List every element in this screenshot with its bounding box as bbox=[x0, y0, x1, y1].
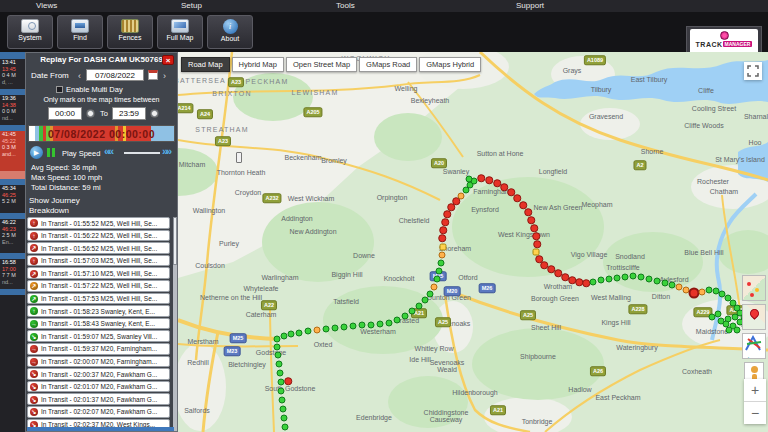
journey-row[interactable]: →In Transit - 01:59:37 M20, Farningham..… bbox=[27, 343, 170, 355]
background-journey-list[interactable]: 13:4113:450 4 Md, ...19:3614:380 0 Mnd..… bbox=[0, 52, 25, 432]
route-marker[interactable] bbox=[638, 274, 645, 281]
prev-day-arrow[interactable]: ‹ bbox=[78, 71, 81, 81]
toolbar-button-fences[interactable]: Fences bbox=[107, 15, 153, 49]
map-type-open-street-map[interactable]: Open Street Map bbox=[286, 57, 357, 72]
route-marker[interactable] bbox=[278, 379, 285, 386]
route-marker[interactable] bbox=[676, 284, 683, 291]
route-marker[interactable] bbox=[274, 344, 281, 351]
zoom-in-button[interactable]: + bbox=[744, 379, 766, 401]
route-marker[interactable] bbox=[276, 361, 283, 368]
journey-row[interactable]: ↘In Transit - 01:59:07 M25, Swanley Vill… bbox=[27, 330, 170, 342]
calendar-icon[interactable] bbox=[148, 70, 158, 80]
timeline-slider[interactable]: 07/08/2022 00:00:00 bbox=[28, 125, 175, 142]
route-marker[interactable] bbox=[341, 324, 348, 331]
route-marker[interactable] bbox=[524, 208, 532, 216]
route-marker[interactable] bbox=[434, 276, 441, 283]
route-marker[interactable] bbox=[332, 325, 339, 332]
route-marker[interactable] bbox=[416, 303, 423, 310]
route-marker[interactable] bbox=[734, 327, 741, 334]
route-marker[interactable] bbox=[323, 326, 330, 333]
route-marker[interactable] bbox=[709, 314, 716, 321]
route-marker[interactable] bbox=[614, 275, 621, 282]
route-marker[interactable] bbox=[646, 276, 653, 283]
close-button[interactable]: × bbox=[162, 55, 174, 65]
route-marker[interactable] bbox=[305, 328, 312, 335]
route-marker[interactable] bbox=[409, 308, 416, 315]
left-strip-row[interactable]: 41:4545:220 3 Mand... bbox=[0, 131, 25, 171]
route-marker[interactable] bbox=[598, 277, 605, 284]
journey-row[interactable]: ↘In Transit - 02:01:07 M20, Fawkham G... bbox=[27, 381, 170, 393]
route-marker[interactable] bbox=[441, 218, 449, 226]
route-marker[interactable] bbox=[726, 327, 733, 334]
map-type-gmaps-hybrid[interactable]: GMaps Hybrid bbox=[419, 57, 481, 72]
route-marker[interactable] bbox=[436, 268, 443, 275]
route-marker[interactable] bbox=[296, 330, 303, 337]
left-strip-row[interactable]: 45:3446:255 2 M bbox=[0, 185, 25, 213]
route-marker[interactable] bbox=[477, 174, 485, 182]
route-marker[interactable] bbox=[513, 194, 521, 202]
overlay-thumbnail-2[interactable] bbox=[742, 304, 766, 330]
speed-slider-thumb[interactable] bbox=[236, 152, 242, 163]
route-marker[interactable] bbox=[278, 388, 285, 395]
route-marker[interactable] bbox=[706, 287, 713, 294]
journey-row[interactable]: ↘In Transit - 02:01:37 M20, Fawkham G... bbox=[27, 393, 170, 405]
time-to-clock-icon[interactable] bbox=[150, 109, 159, 118]
route-marker[interactable] bbox=[394, 317, 401, 324]
route-marker[interactable] bbox=[422, 297, 429, 304]
route-marker[interactable] bbox=[280, 406, 287, 413]
route-marker[interactable] bbox=[440, 244, 447, 251]
route-marker[interactable] bbox=[281, 333, 288, 340]
journey-row[interactable]: ↗In Transit - 01:57:10 M25, Well Hill, S… bbox=[27, 267, 170, 279]
speed-up-button[interactable]: »» bbox=[162, 145, 170, 157]
route-marker[interactable] bbox=[281, 415, 288, 422]
route-marker[interactable] bbox=[530, 224, 538, 232]
route-marker[interactable] bbox=[439, 252, 446, 259]
map-type-gmaps-road[interactable]: GMaps Road bbox=[359, 57, 417, 72]
route-marker[interactable] bbox=[606, 276, 613, 283]
journey-row[interactable]: ↑In Transit - 01:55:52 M25, Well Hill, S… bbox=[27, 217, 170, 229]
multi-day-checkbox[interactable] bbox=[56, 86, 63, 93]
route-marker[interactable] bbox=[277, 370, 284, 377]
journey-row[interactable]: ↑In Transit - 01:57:03 M25, Well Hill, S… bbox=[27, 255, 170, 267]
route-marker[interactable] bbox=[458, 193, 465, 200]
journey-row[interactable]: ↗In Transit - 01:57:53 M25, Well Hill, S… bbox=[27, 293, 170, 305]
route-marker[interactable] bbox=[654, 278, 661, 285]
route-marker[interactable] bbox=[284, 377, 292, 385]
route-marker[interactable] bbox=[359, 322, 366, 329]
map-type-road-map[interactable]: Road Map bbox=[181, 57, 230, 72]
toolbar-button-system[interactable]: System bbox=[7, 15, 53, 49]
left-strip-row[interactable] bbox=[0, 289, 25, 295]
route-marker[interactable] bbox=[402, 313, 409, 320]
route-marker[interactable] bbox=[590, 279, 597, 286]
route-marker[interactable] bbox=[533, 240, 541, 248]
left-strip-row[interactable]: 13:4113:450 4 Md, ... bbox=[0, 59, 25, 89]
route-marker[interactable] bbox=[485, 176, 493, 184]
date-input[interactable]: 07/08/2022 bbox=[86, 69, 144, 81]
toolbar-button-find[interactable]: Find bbox=[57, 15, 103, 49]
route-marker[interactable] bbox=[527, 216, 535, 224]
zoom-out-button[interactable]: − bbox=[744, 402, 766, 424]
journey-row[interactable]: ↘In Transit - 02:02:07 M20, Fawkham G... bbox=[27, 406, 170, 418]
route-marker[interactable] bbox=[350, 323, 357, 330]
overlay-thumbnail-1[interactable] bbox=[742, 275, 766, 301]
menu-item-setup[interactable]: Setup bbox=[175, 0, 208, 12]
menu-item-tools[interactable]: Tools bbox=[330, 0, 361, 12]
route-marker[interactable] bbox=[715, 311, 722, 318]
journey-row[interactable]: →In Transit - 02:00:07 M20, Farningham..… bbox=[27, 356, 170, 368]
route-marker[interactable] bbox=[279, 397, 286, 404]
route-marker[interactable] bbox=[466, 176, 473, 183]
map-canvas[interactable]: BATTERSEAPECKHAMWOOLWICHBRIXTONLEWISHAMS… bbox=[178, 52, 768, 432]
route-marker[interactable] bbox=[630, 273, 637, 280]
journey-row[interactable]: ↘In Transit - 02:00:37 M20, Fawkham G... bbox=[27, 368, 170, 380]
next-day-arrow[interactable]: › bbox=[163, 71, 166, 81]
pause-icon[interactable] bbox=[47, 148, 55, 157]
route-marker[interactable] bbox=[275, 352, 282, 359]
journey-row[interactable]: ↑In Transit - 01:58:23 Swanley, Kent, E.… bbox=[27, 305, 170, 317]
route-marker[interactable] bbox=[622, 274, 629, 281]
route-marker[interactable] bbox=[377, 321, 384, 328]
route-marker[interactable] bbox=[282, 424, 289, 431]
speed-slider-track[interactable] bbox=[124, 152, 160, 154]
menu-item-views[interactable]: Views bbox=[30, 0, 63, 12]
route-marker[interactable] bbox=[699, 289, 706, 296]
route-marker[interactable] bbox=[532, 232, 540, 240]
